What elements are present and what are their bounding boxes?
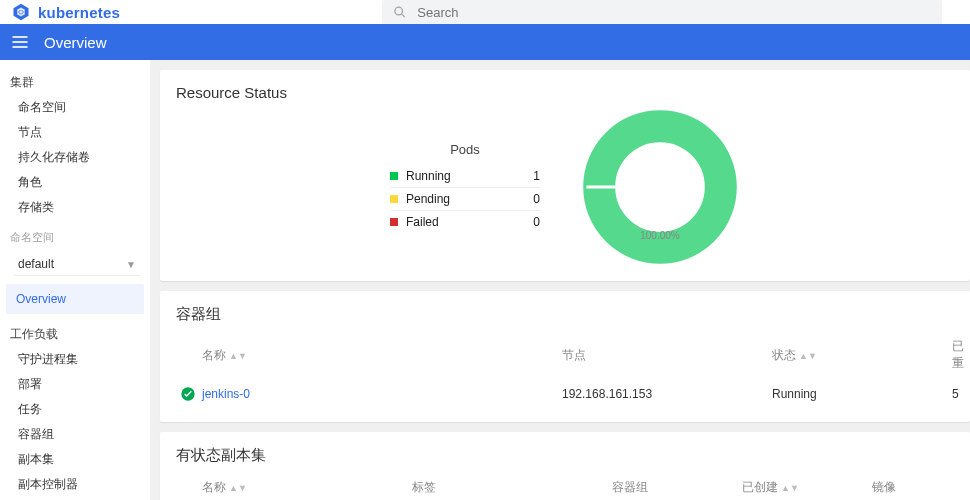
search-icon — [392, 4, 407, 20]
brand[interactable]: kubernetes — [12, 3, 120, 21]
pods-caption: Pods — [390, 142, 540, 157]
sort-icon: ▲▼ — [229, 351, 247, 361]
namespace-select[interactable]: default ▼ — [14, 253, 140, 276]
sidebar-item[interactable]: 副本控制器 — [0, 472, 150, 497]
namespace-selected: default — [18, 257, 54, 271]
card-title: 有状态副本集 — [176, 446, 954, 465]
pods-card: 容器组 名称▲▼ 节点 状态▲▼ 已重 jenkins-0 192.168.16… — [160, 291, 970, 422]
col-node[interactable]: 节点 — [558, 332, 768, 380]
chevron-down-icon: ▼ — [126, 259, 136, 270]
dot-icon — [390, 172, 398, 180]
col-image[interactable]: 镜像 — [868, 473, 954, 500]
check-circle-icon — [180, 386, 196, 402]
top-bar: kubernetes — [0, 0, 970, 24]
col-status[interactable]: 状态▲▼ — [768, 332, 948, 380]
card-title: 容器组 — [176, 305, 954, 324]
cell-status: Running — [768, 380, 948, 408]
sidebar-item[interactable]: 守护进程集 — [0, 347, 150, 372]
col-name[interactable]: 名称▲▼ — [198, 473, 408, 500]
sidebar: 集群 命名空间 节点 持久化存储卷 角色 存储类 命名空间 default ▼ … — [0, 60, 150, 500]
sidebar-item[interactable]: 命名空间 — [0, 95, 150, 120]
brand-name: kubernetes — [38, 4, 120, 21]
col-created[interactable]: 已创建▲▼ — [738, 473, 868, 500]
main-content: Resource Status Pods Running 1 Pending 0… — [150, 60, 970, 500]
col-restarts[interactable]: 已重 — [948, 332, 954, 380]
status-row-running: Running 1 — [390, 165, 540, 188]
search-input[interactable] — [417, 5, 932, 20]
sidebar-item[interactable]: 节点 — [0, 120, 150, 145]
search-box[interactable] — [382, 0, 942, 24]
sort-icon: ▲▼ — [229, 483, 247, 493]
sidebar-item-overview[interactable]: Overview — [6, 284, 144, 314]
sort-icon: ▲▼ — [799, 351, 817, 361]
sidebar-section-workloads[interactable]: 工作负载 — [0, 322, 150, 347]
title-bar: Overview — [0, 24, 970, 60]
sidebar-item[interactable]: 容器组 — [0, 422, 150, 447]
pods-table: 名称▲▼ 节点 状态▲▼ 已重 jenkins-0 192.168.161.15… — [176, 332, 954, 408]
kubernetes-logo-icon — [12, 3, 30, 21]
cell-restarts: 5 — [948, 380, 954, 408]
donut-percent: 100.00% — [580, 230, 740, 241]
sidebar-namespace-label: 命名空间 — [0, 226, 150, 249]
pod-status-list: Pods Running 1 Pending 0 Failed 0 — [390, 142, 540, 233]
resource-status-card: Resource Status Pods Running 1 Pending 0… — [160, 70, 970, 281]
card-title: Resource Status — [176, 84, 954, 101]
sidebar-item[interactable]: 存储类 — [0, 195, 150, 220]
col-labels[interactable]: 标签 — [408, 473, 608, 500]
table-row[interactable]: jenkins-0 192.168.161.153 Running 5 — [176, 380, 954, 408]
sidebar-item[interactable]: 副本集 — [0, 447, 150, 472]
sort-icon: ▲▼ — [781, 483, 799, 493]
page-title: Overview — [44, 34, 107, 51]
pod-link[interactable]: jenkins-0 — [202, 387, 250, 401]
dot-icon — [390, 218, 398, 226]
svg-point-8 — [395, 7, 403, 15]
pods-donut-chart: 100.00% — [580, 107, 740, 267]
svg-line-9 — [402, 14, 405, 17]
sidebar-item[interactable]: 任务 — [0, 397, 150, 422]
dot-icon — [390, 195, 398, 203]
status-row-pending: Pending 0 — [390, 188, 540, 211]
sidebar-item[interactable]: 角色 — [0, 170, 150, 195]
col-name[interactable]: 名称▲▼ — [198, 332, 558, 380]
menu-icon[interactable] — [10, 32, 30, 52]
status-row-failed: Failed 0 — [390, 211, 540, 233]
statefulset-table: 名称▲▼ 标签 容器组 已创建▲▼ 镜像 jenkins name: jenki… — [176, 473, 954, 500]
sidebar-section-cluster[interactable]: 集群 — [0, 70, 150, 95]
statefulset-card: 有状态副本集 名称▲▼ 标签 容器组 已创建▲▼ 镜像 jenkins name… — [160, 432, 970, 500]
col-pods[interactable]: 容器组 — [608, 473, 738, 500]
sidebar-item[interactable]: 持久化存储卷 — [0, 145, 150, 170]
cell-node: 192.168.161.153 — [558, 380, 768, 408]
sidebar-item[interactable]: 部署 — [0, 372, 150, 397]
